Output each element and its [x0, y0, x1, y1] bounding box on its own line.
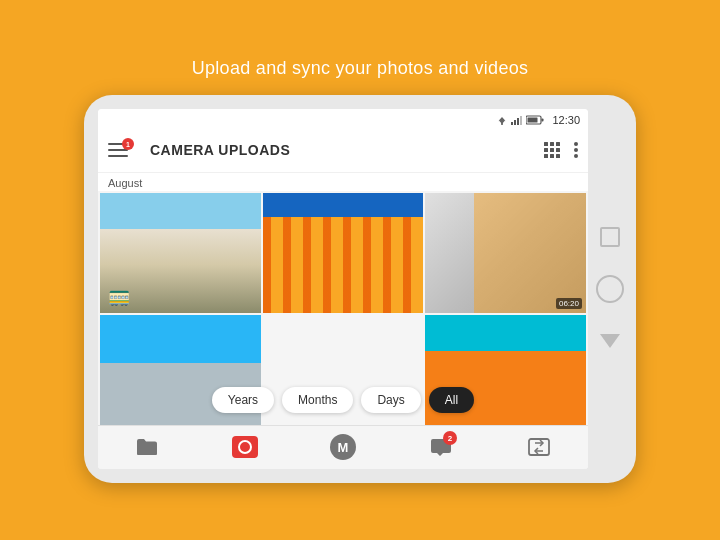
tablet-frame: 12:30 1 CAMERA UPLOADS: [84, 95, 636, 483]
headline-text: Upload and sync your photos and videos: [192, 58, 529, 79]
photo-item[interactable]: [100, 193, 261, 313]
month-label: August: [98, 173, 588, 191]
battery-icon: [526, 115, 544, 125]
nav-transfer-button[interactable]: [519, 427, 559, 467]
recents-button[interactable]: [594, 325, 626, 357]
grid-dot: [544, 148, 548, 152]
video-duration-badge: 06:20: [556, 298, 582, 309]
filter-all-button[interactable]: All: [429, 387, 474, 413]
grid-dot: [550, 142, 554, 146]
svg-rect-8: [528, 117, 538, 122]
grid-dot: [550, 148, 554, 152]
svg-rect-7: [542, 118, 544, 121]
home-button[interactable]: [594, 221, 626, 253]
grid-view-button[interactable]: [544, 142, 560, 158]
app-title: CAMERA UPLOADS: [150, 142, 544, 158]
grid-dot: [556, 154, 560, 158]
status-icons: [496, 115, 544, 125]
tablet-screen: 12:30 1 CAMERA UPLOADS: [98, 109, 588, 469]
filter-years-button[interactable]: Years: [212, 387, 274, 413]
filter-months-button[interactable]: Months: [282, 387, 353, 413]
signal-icon: [511, 115, 523, 125]
notification-badge: 1: [122, 138, 134, 150]
svg-point-10: [574, 148, 578, 152]
svg-rect-5: [520, 116, 522, 125]
transfer-icon: [528, 438, 550, 456]
svg-rect-12: [529, 439, 549, 455]
grid-dot: [550, 154, 554, 158]
svg-marker-0: [498, 117, 507, 124]
svg-rect-3: [514, 120, 516, 125]
tablet-side-buttons: [594, 221, 626, 357]
folder-icon: [136, 438, 158, 456]
svg-rect-2: [511, 122, 513, 125]
filter-bar: Years Months Days All: [98, 375, 588, 425]
square-icon: [600, 227, 620, 247]
triangle-icon: [600, 334, 620, 348]
nav-files-button[interactable]: [127, 427, 167, 467]
photo-area: August 06:20 Years Months Days: [98, 173, 588, 469]
grid-dot: [556, 142, 560, 146]
chat-badge: 2: [443, 431, 457, 445]
svg-point-11: [574, 154, 578, 158]
status-time: 12:30: [552, 114, 580, 126]
svg-rect-4: [517, 118, 519, 125]
nav-chat-button[interactable]: 2: [421, 427, 461, 467]
photo-item[interactable]: 06:20: [425, 193, 586, 313]
grid-dot: [544, 142, 548, 146]
circle-icon: [596, 275, 624, 303]
grid-dot: [544, 154, 548, 158]
menu-line-3: [108, 155, 128, 157]
nav-camera-button[interactable]: [225, 427, 265, 467]
top-icons: [544, 141, 578, 159]
nav-mega-button[interactable]: M: [323, 427, 363, 467]
wifi-icon: [496, 115, 508, 125]
grid-dot: [556, 148, 560, 152]
svg-point-1: [501, 123, 503, 125]
status-bar: 12:30: [98, 109, 588, 129]
back-button[interactable]: [594, 273, 626, 305]
photo-item[interactable]: [263, 193, 424, 313]
bottom-nav: M 2: [98, 425, 588, 469]
menu-button[interactable]: 1: [108, 136, 136, 164]
top-bar: 1 CAMERA UPLOADS: [98, 129, 588, 173]
more-options-button[interactable]: [574, 141, 578, 159]
svg-point-9: [574, 142, 578, 146]
filter-days-button[interactable]: Days: [361, 387, 420, 413]
